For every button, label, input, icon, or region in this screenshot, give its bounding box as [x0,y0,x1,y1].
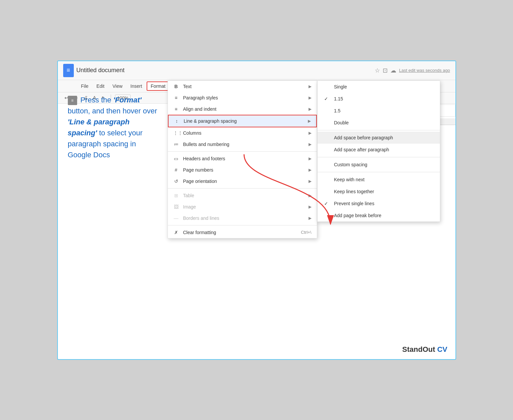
dropdown-paragraph-styles-label: Paragraph styles [183,95,305,100]
submenu-page-break[interactable]: Add page break before [318,210,440,221]
divider1 [168,151,317,152]
table-icon: ⊞ [173,193,179,198]
dropdown-bullets-label: Bullets and numbering [183,142,305,147]
dropdown-image-label: Image [183,204,305,210]
sidebar-content: ≡ Press the 'Format' button, and then ho… [58,81,168,359]
dropdown-page-numbers-label: Page numbers [183,167,305,173]
doc-title: Untitled document [76,67,372,74]
dropdown-align-label: Align and indent [183,106,305,112]
submenu-prevent-single[interactable]: ✓ Prevent single lines [318,198,440,210]
arrow-icon8: ▶ [309,168,312,172]
check-add-before [324,135,331,140]
title-bar: ≡ Untitled document ☆ ⊡ ☁ Last edit was … [58,61,455,80]
dropdown-paragraph-styles[interactable]: ≡ Paragraph styles ▶ [168,92,317,103]
dropdown-text[interactable]: B Text ▶ [168,81,317,92]
dropdown-page-orientation[interactable]: ↺ Page orientation ▶ [168,176,317,187]
submenu-15-label: 1.5 [334,108,340,113]
dropdown-bullets[interactable]: ≔ Bullets and numbering ▶ [168,139,317,150]
dropdown-page-numbers[interactable]: # Page numbers ▶ [168,164,317,176]
align-icon: ≡ [173,106,179,112]
sidebar-format-label: 'Format' [113,96,142,104]
arrow-icon12: ▶ [309,216,312,220]
submenu-double-label: Double [334,120,349,125]
dropdown-columns-label: Columns [183,130,305,136]
cloud-icon[interactable]: ☁ [390,67,396,74]
dropdown-line-spacing-label: Line & paragraph spacing [184,118,304,124]
arrow-icon7: ▶ [309,156,312,161]
check-single [324,84,331,89]
arrow-icon4: ▶ [308,119,311,123]
submenu-keep-next[interactable]: Keep with next [318,174,440,186]
arrow-icon: ▶ [309,84,312,89]
logo-cv: CV [435,345,448,353]
check-page-break [324,213,331,218]
submenu-line-spacing: Single ✓ 1.15 1.5 Double Add space befor… [317,80,440,222]
check-keep-lines [324,189,331,194]
divider3 [168,225,317,225]
arrow-icon6: ▶ [309,142,312,147]
sidebar-part1: Press the [80,96,113,104]
sidebar-text: ≡ Press the 'Format' button, and then ho… [68,94,158,160]
submenu-single[interactable]: Single [318,81,440,93]
page-numbers-icon: # [173,167,179,173]
headers-icon: ▭ [173,156,179,161]
logo-standout: StandOut [402,345,435,353]
submenu-page-break-label: Add page break before [334,213,381,218]
check-15 [324,108,331,113]
dropdown-line-spacing[interactable]: ↕ Line & paragraph spacing ▶ [168,115,317,127]
submenu-keep-lines[interactable]: Keep lines together [318,186,440,198]
format-dropdown: B Text ▶ ≡ Paragraph styles ▶ ≡ Align an… [168,80,317,238]
check-115: ✓ [324,96,331,101]
star-icon[interactable]: ☆ [375,67,380,74]
check-custom [324,162,331,167]
submenu-keep-next-label: Keep with next [334,177,365,182]
submenu-keep-lines-label: Keep lines together [334,189,374,194]
submenu-115-label: 1.15 [334,96,343,101]
submenu-custom-spacing[interactable]: Custom spacing [318,159,440,171]
para-styles-icon: ≡ [173,95,179,100]
dropdown-clear-label: Clear formatting [183,230,297,235]
arrow-icon11: ▶ [309,205,312,209]
dropdown-headers-label: Headers and footers [183,156,305,161]
last-edit-text: Last edit was seconds ago [399,68,450,73]
arrow-icon5: ▶ [309,131,312,135]
dropdown-table: ⊞ Table ▶ [168,190,317,201]
dropdown-headers[interactable]: ▭ Headers and footers ▶ [168,153,317,164]
doc-small-icon: ≡ [68,96,77,105]
folder-icon[interactable]: ⊡ [383,67,388,74]
check-add-after [324,147,331,152]
borders-icon: — [173,215,179,221]
submenu-custom-label: Custom spacing [334,162,367,167]
text-icon: B [173,84,179,89]
submenu-add-after-label: Add space after paragraph [334,147,389,152]
submenu-divider2 [318,157,440,157]
dropdown-columns[interactable]: ⋮⋮ Columns ▶ [168,127,317,139]
submenu-15[interactable]: 1.5 [318,105,440,117]
page-orient-icon: ↺ [173,179,179,184]
dropdown-page-orientation-label: Page orientation [183,179,305,184]
clear-shortcut: Ctrl+\ [301,230,311,235]
arrow-icon10: ▶ [309,193,312,198]
submenu-prevent-label: Prevent single lines [334,201,374,206]
dropdown-align-indent[interactable]: ≡ Align and indent ▶ [168,103,317,115]
divider2 [168,188,317,189]
spacing-icon: ↕ [174,118,180,124]
arrow-icon2: ▶ [309,95,312,100]
clear-icon: ✗ [173,230,179,235]
submenu-115[interactable]: ✓ 1.15 [318,93,440,105]
check-prevent: ✓ [324,201,331,206]
submenu-double[interactable]: Double [318,117,440,129]
dropdown-clear-formatting[interactable]: ✗ Clear formatting Ctrl+\ [168,227,317,238]
check-keep-next [324,177,331,182]
dropdown-text-label: Text [183,84,305,89]
sidebar-part2: button, and then hover over [68,107,157,115]
submenu-add-space-before[interactable]: Add space before paragraph [318,132,440,144]
dropdown-borders: — Borders and lines ▶ [168,212,317,224]
submenu-add-space-after[interactable]: Add space after paragraph [318,144,440,156]
submenu-add-before-label: Add space before paragraph [334,135,393,140]
submenu-divider1 [318,130,440,130]
standout-cv-logo: StandOut CV [402,345,448,354]
dropdown-table-label: Table [183,193,305,198]
submenu-single-label: Single [334,84,347,89]
arrow-icon3: ▶ [309,107,312,111]
